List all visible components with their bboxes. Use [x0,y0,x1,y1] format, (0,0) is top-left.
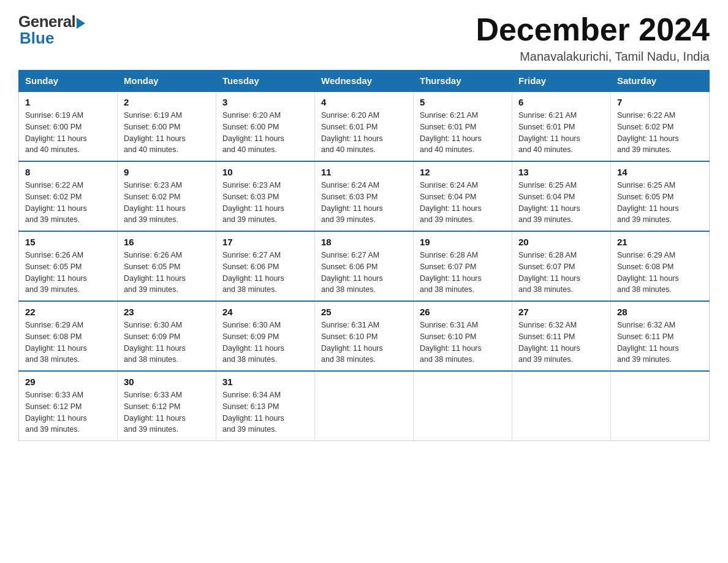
logo: General Blue [18,12,85,48]
day-info: Sunrise: 6:32 AMSunset: 6:11 PMDaylight:… [617,320,703,366]
day-number: 6 [518,97,604,107]
calendar-cell: 27Sunrise: 6:32 AMSunset: 6:11 PMDayligh… [512,301,611,371]
day-number: 20 [518,237,604,247]
column-header-tuesday: Tuesday [216,71,315,92]
day-info: Sunrise: 6:26 AMSunset: 6:05 PMDaylight:… [124,250,210,296]
logo-arrow-icon [77,18,85,29]
column-header-thursday: Thursday [414,71,512,92]
calendar-cell: 26Sunrise: 6:31 AMSunset: 6:10 PMDayligh… [414,301,512,371]
calendar-table: SundayMondayTuesdayWednesdayThursdayFrid… [18,70,710,441]
day-info: Sunrise: 6:24 AMSunset: 6:03 PMDaylight:… [321,180,407,226]
day-number: 8 [25,167,111,177]
day-number: 10 [222,167,308,177]
day-info: Sunrise: 6:22 AMSunset: 6:02 PMDaylight:… [617,110,703,156]
day-number: 5 [420,97,506,107]
day-number: 29 [25,377,111,387]
calendar-cell: 13Sunrise: 6:25 AMSunset: 6:04 PMDayligh… [512,161,611,231]
day-info: Sunrise: 6:27 AMSunset: 6:06 PMDaylight:… [222,250,308,296]
day-number: 15 [25,237,111,247]
calendar-cell: 21Sunrise: 6:29 AMSunset: 6:08 PMDayligh… [611,231,710,301]
day-number: 22 [25,307,111,317]
day-number: 28 [617,307,703,317]
calendar-week-5: 29Sunrise: 6:33 AMSunset: 6:12 PMDayligh… [19,371,710,441]
day-number: 1 [25,97,111,107]
calendar-cell [315,371,414,441]
calendar-cell: 4Sunrise: 6:20 AMSunset: 6:01 PMDaylight… [315,91,414,161]
day-info: Sunrise: 6:34 AMSunset: 6:13 PMDaylight:… [222,389,308,435]
day-number: 11 [321,167,407,177]
day-info: Sunrise: 6:32 AMSunset: 6:11 PMDaylight:… [518,320,604,366]
calendar-cell: 24Sunrise: 6:30 AMSunset: 6:09 PMDayligh… [216,301,315,371]
calendar-cell [512,371,611,441]
calendar-cell: 3Sunrise: 6:20 AMSunset: 6:00 PMDaylight… [216,91,315,161]
calendar-week-2: 8Sunrise: 6:22 AMSunset: 6:02 PMDaylight… [19,161,710,231]
title-block: December 2024 Manavalakurichi, Tamil Nad… [476,12,710,64]
day-info: Sunrise: 6:20 AMSunset: 6:01 PMDaylight:… [321,110,407,156]
calendar-cell: 25Sunrise: 6:31 AMSunset: 6:10 PMDayligh… [315,301,414,371]
day-info: Sunrise: 6:30 AMSunset: 6:09 PMDaylight:… [124,320,210,366]
day-info: Sunrise: 6:19 AMSunset: 6:00 PMDaylight:… [25,110,111,156]
calendar-cell: 30Sunrise: 6:33 AMSunset: 6:12 PMDayligh… [118,371,216,441]
day-number: 24 [222,307,308,317]
day-number: 7 [617,97,703,107]
day-number: 25 [321,307,407,317]
day-number: 16 [124,237,210,247]
calendar-cell: 10Sunrise: 6:23 AMSunset: 6:03 PMDayligh… [216,161,315,231]
column-header-wednesday: Wednesday [315,71,414,92]
column-header-friday: Friday [512,71,611,92]
calendar-cell [414,371,512,441]
day-number: 14 [617,167,703,177]
calendar-cell: 5Sunrise: 6:21 AMSunset: 6:01 PMDaylight… [414,91,512,161]
page-header: General Blue December 2024 Manavalakuric… [18,12,710,64]
calendar-cell: 23Sunrise: 6:30 AMSunset: 6:09 PMDayligh… [118,301,216,371]
calendar-cell: 8Sunrise: 6:22 AMSunset: 6:02 PMDaylight… [19,161,118,231]
day-info: Sunrise: 6:27 AMSunset: 6:06 PMDaylight:… [321,250,407,296]
day-info: Sunrise: 6:20 AMSunset: 6:00 PMDaylight:… [222,110,308,156]
calendar-week-1: 1Sunrise: 6:19 AMSunset: 6:00 PMDaylight… [19,91,710,161]
calendar-cell: 14Sunrise: 6:25 AMSunset: 6:05 PMDayligh… [611,161,710,231]
day-info: Sunrise: 6:23 AMSunset: 6:02 PMDaylight:… [124,180,210,226]
day-number: 31 [222,377,308,387]
day-info: Sunrise: 6:33 AMSunset: 6:12 PMDaylight:… [25,389,111,435]
day-info: Sunrise: 6:23 AMSunset: 6:03 PMDaylight:… [222,180,308,226]
day-number: 4 [321,97,407,107]
day-info: Sunrise: 6:21 AMSunset: 6:01 PMDaylight:… [518,110,604,156]
column-header-monday: Monday [118,71,216,92]
calendar-cell: 17Sunrise: 6:27 AMSunset: 6:06 PMDayligh… [216,231,315,301]
calendar-cell: 1Sunrise: 6:19 AMSunset: 6:00 PMDaylight… [19,91,118,161]
calendar-cell: 19Sunrise: 6:28 AMSunset: 6:07 PMDayligh… [414,231,512,301]
day-number: 2 [124,97,210,107]
day-number: 17 [222,237,308,247]
calendar-cell: 22Sunrise: 6:29 AMSunset: 6:08 PMDayligh… [19,301,118,371]
day-number: 3 [222,97,308,107]
column-header-saturday: Saturday [611,71,710,92]
day-number: 19 [420,237,506,247]
day-number: 26 [420,307,506,317]
day-info: Sunrise: 6:29 AMSunset: 6:08 PMDaylight:… [617,250,703,296]
day-number: 13 [518,167,604,177]
day-info: Sunrise: 6:22 AMSunset: 6:02 PMDaylight:… [25,180,111,226]
calendar-cell: 20Sunrise: 6:28 AMSunset: 6:07 PMDayligh… [512,231,611,301]
calendar-cell: 29Sunrise: 6:33 AMSunset: 6:12 PMDayligh… [19,371,118,441]
day-number: 27 [518,307,604,317]
day-info: Sunrise: 6:25 AMSunset: 6:05 PMDaylight:… [617,180,703,226]
day-info: Sunrise: 6:28 AMSunset: 6:07 PMDaylight:… [518,250,604,296]
calendar-cell: 7Sunrise: 6:22 AMSunset: 6:02 PMDaylight… [611,91,710,161]
day-info: Sunrise: 6:31 AMSunset: 6:10 PMDaylight:… [321,320,407,366]
day-info: Sunrise: 6:26 AMSunset: 6:05 PMDaylight:… [25,250,111,296]
day-info: Sunrise: 6:30 AMSunset: 6:09 PMDaylight:… [222,320,308,366]
calendar-cell: 31Sunrise: 6:34 AMSunset: 6:13 PMDayligh… [216,371,315,441]
logo-blue-text: Blue [20,29,54,48]
calendar-cell [611,371,710,441]
day-number: 30 [124,377,210,387]
day-number: 12 [420,167,506,177]
day-info: Sunrise: 6:33 AMSunset: 6:12 PMDaylight:… [124,389,210,435]
calendar-cell: 12Sunrise: 6:24 AMSunset: 6:04 PMDayligh… [414,161,512,231]
location-text: Manavalakurichi, Tamil Nadu, India [476,50,710,64]
calendar-cell: 9Sunrise: 6:23 AMSunset: 6:02 PMDaylight… [118,161,216,231]
day-number: 21 [617,237,703,247]
calendar-cell: 6Sunrise: 6:21 AMSunset: 6:01 PMDaylight… [512,91,611,161]
calendar-cell: 11Sunrise: 6:24 AMSunset: 6:03 PMDayligh… [315,161,414,231]
day-info: Sunrise: 6:29 AMSunset: 6:08 PMDaylight:… [25,320,111,366]
calendar-week-4: 22Sunrise: 6:29 AMSunset: 6:08 PMDayligh… [19,301,710,371]
